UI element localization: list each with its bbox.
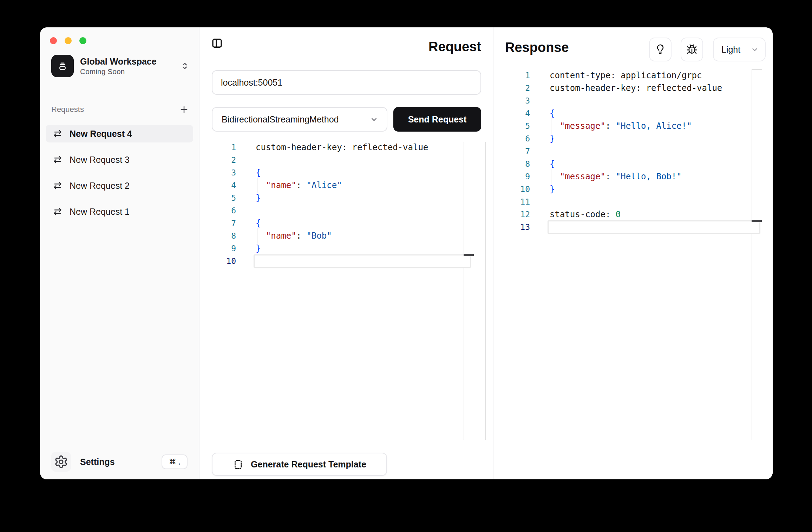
code-line[interactable]: 6} bbox=[493, 132, 773, 145]
request-panel: Request BidirectionalStreamingMethod Sen… bbox=[199, 27, 493, 479]
requests-label: Requests bbox=[51, 105, 84, 114]
active-line-highlight bbox=[254, 254, 471, 268]
code-text: } bbox=[530, 184, 555, 194]
code-text: { bbox=[236, 218, 261, 228]
sidebar-item-new-request-2[interactable]: New Request 2 bbox=[46, 177, 193, 194]
lightbulb-button[interactable] bbox=[649, 38, 672, 61]
code-line[interactable]: 7 bbox=[493, 145, 773, 158]
sidebar-item-new-request-4[interactable]: New Request 4 bbox=[46, 125, 193, 142]
line-number: 10 bbox=[199, 257, 236, 266]
code-line[interactable]: 6 bbox=[199, 204, 493, 217]
close-window-button[interactable] bbox=[50, 37, 57, 44]
line-number: 5 bbox=[493, 121, 530, 131]
line-number: 6 bbox=[493, 134, 530, 143]
response-panel-title: Response bbox=[505, 40, 569, 55]
request-item-label: New Request 3 bbox=[70, 155, 130, 165]
line-number: 3 bbox=[493, 96, 530, 105]
chevron-down-icon bbox=[750, 45, 759, 54]
swap-arrows-icon bbox=[53, 207, 63, 217]
code-text: { bbox=[530, 159, 555, 169]
minimize-window-button[interactable] bbox=[65, 37, 72, 44]
request-editor-scrollbar-thumb[interactable] bbox=[464, 254, 474, 256]
code-line[interactable]: 1custom-header-key: reflected-value bbox=[199, 141, 493, 154]
request-item-label: New Request 2 bbox=[70, 181, 130, 191]
request-editor-scrollbar-track[interactable] bbox=[464, 142, 464, 440]
line-number: 2 bbox=[493, 84, 530, 93]
code-line[interactable]: 8 "name": "Bob" bbox=[199, 230, 493, 242]
send-request-button[interactable]: Send Request bbox=[393, 107, 481, 132]
code-text: "message": "Hello, Bob!" bbox=[530, 172, 682, 181]
line-number: 7 bbox=[199, 219, 236, 228]
settings-row[interactable]: Settings ⌘ , bbox=[51, 452, 188, 472]
workspace-title: Global Workspace bbox=[80, 56, 180, 67]
response-editor-scrollbar-track[interactable] bbox=[752, 69, 752, 440]
code-text: { bbox=[236, 168, 261, 178]
debug-button[interactable] bbox=[681, 38, 703, 61]
code-text: } bbox=[236, 193, 261, 203]
request-item-label: New Request 4 bbox=[70, 129, 132, 139]
method-dropdown-value: BidirectionalStreamingMethod bbox=[222, 114, 369, 125]
code-line[interactable]: 2 bbox=[199, 154, 493, 166]
line-number: 9 bbox=[493, 172, 530, 181]
code-line[interactable]: 5} bbox=[199, 192, 493, 204]
line-number: 8 bbox=[493, 159, 530, 168]
template-icon bbox=[233, 459, 244, 470]
workspace-switcher[interactable]: Global Workspace Coming Soon bbox=[51, 55, 190, 77]
bug-icon bbox=[686, 44, 698, 55]
code-line[interactable]: 10} bbox=[493, 183, 773, 195]
code-line[interactable]: 13 bbox=[493, 221, 773, 233]
gear-icon bbox=[51, 452, 71, 472]
chevrons-up-down-icon bbox=[180, 61, 190, 71]
code-line[interactable]: 11 bbox=[493, 195, 773, 208]
code-line[interactable]: 2custom-header-key: reflected-value bbox=[493, 82, 773, 94]
line-number: 8 bbox=[199, 231, 236, 240]
request-item-label: New Request 1 bbox=[70, 207, 130, 217]
code-line[interactable]: 10 bbox=[199, 255, 493, 267]
code-line[interactable]: 12status-code: 0 bbox=[493, 208, 773, 221]
response-editor-scrollbar-thumb[interactable] bbox=[752, 220, 762, 222]
line-number: 1 bbox=[199, 143, 236, 152]
code-line[interactable]: 4 "name": "Alice" bbox=[199, 179, 493, 192]
code-text: } bbox=[236, 244, 261, 253]
sidebar: Global Workspace Coming Soon Requests bbox=[40, 27, 199, 479]
code-line[interactable]: 4{ bbox=[493, 107, 773, 120]
generate-request-template-button[interactable]: Generate Request Template bbox=[212, 453, 387, 476]
code-line[interactable]: 3 bbox=[493, 94, 773, 107]
code-text: "message": "Hello, Alice!" bbox=[530, 121, 692, 131]
code-text: } bbox=[530, 134, 555, 144]
code-text: "name": "Alice" bbox=[236, 180, 342, 190]
code-text: custom-header-key: reflected-value bbox=[236, 142, 428, 152]
code-line[interactable]: 9 "message": "Hello, Bob!" bbox=[493, 170, 773, 183]
code-line[interactable]: 5 "message": "Hello, Alice!" bbox=[493, 120, 773, 132]
line-number: 6 bbox=[199, 206, 236, 215]
sidebar-item-new-request-3[interactable]: New Request 3 bbox=[46, 151, 193, 168]
code-line[interactable]: 3{ bbox=[199, 166, 493, 179]
window-controls bbox=[50, 37, 86, 44]
request-editor[interactable]: 1custom-header-key: reflected-value23{4 … bbox=[199, 141, 493, 267]
line-number: 13 bbox=[493, 222, 530, 232]
code-line[interactable]: 1content-type: application/grpc bbox=[493, 69, 773, 82]
request-panel-title: Request bbox=[428, 39, 481, 54]
theme-dropdown-value: Light bbox=[721, 45, 750, 55]
add-request-button[interactable] bbox=[179, 105, 189, 114]
zoom-window-button[interactable] bbox=[79, 37, 86, 44]
swap-arrows-icon bbox=[53, 129, 63, 139]
settings-shortcut-badge: ⌘ , bbox=[162, 454, 188, 469]
sidebar-toggle-icon[interactable] bbox=[211, 37, 223, 49]
requests-section-header: Requests bbox=[51, 105, 189, 114]
sidebar-item-new-request-1[interactable]: New Request 1 bbox=[46, 203, 193, 220]
code-line[interactable]: 7{ bbox=[199, 217, 493, 230]
server-url-input[interactable] bbox=[212, 70, 481, 95]
workspace-text: Global Workspace Coming Soon bbox=[80, 56, 180, 76]
code-text: status-code: 0 bbox=[530, 210, 621, 219]
response-editor[interactable]: 1content-type: application/grpc2custom-h… bbox=[493, 69, 773, 233]
code-text: { bbox=[530, 108, 555, 118]
line-number: 4 bbox=[493, 109, 530, 118]
line-number: 10 bbox=[493, 185, 530, 194]
code-text: content-type: application/grpc bbox=[530, 71, 702, 80]
method-dropdown[interactable]: BidirectionalStreamingMethod bbox=[212, 107, 387, 132]
line-number: 5 bbox=[199, 193, 236, 202]
theme-dropdown[interactable]: Light bbox=[713, 38, 766, 61]
code-line[interactable]: 9} bbox=[199, 242, 493, 255]
code-line[interactable]: 8{ bbox=[493, 158, 773, 170]
